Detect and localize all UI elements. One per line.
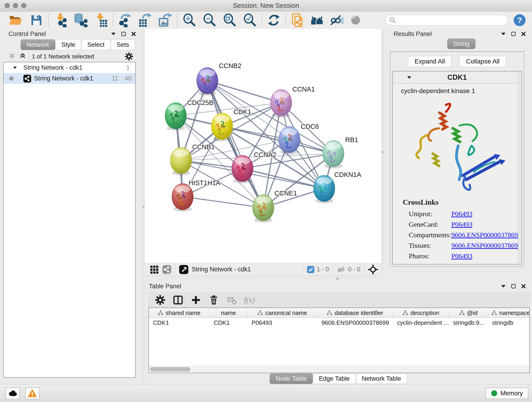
table-cell[interactable]: P06493 xyxy=(247,318,317,327)
import-network-from-file-button[interactable] xyxy=(53,13,68,27)
crosslink-uniprot-[interactable]: P06493 xyxy=(451,210,472,218)
tab-sets[interactable]: Sets xyxy=(111,39,135,50)
open-in-window-icon[interactable] xyxy=(179,265,189,274)
birdseye-crosshair-icon[interactable] xyxy=(368,264,378,274)
tree-expand-icon[interactable] xyxy=(13,66,17,69)
crosslink-tissues-[interactable]: 9606.ENSP00000378699 xyxy=(451,242,521,249)
table-panel-close-icon[interactable] xyxy=(521,284,526,289)
results-panel-close-icon[interactable] xyxy=(521,32,526,36)
zoom-out-button[interactable] xyxy=(202,13,216,27)
table-panel-float-icon[interactable] xyxy=(511,284,516,289)
tab-network-table[interactable]: Network Table xyxy=(356,373,407,384)
network-list-icon[interactable] xyxy=(162,265,171,274)
zoom-selected-button[interactable] xyxy=(243,13,257,27)
tab-node-table[interactable]: Node Table xyxy=(270,373,313,384)
control-panel-close-icon[interactable] xyxy=(131,32,136,36)
right-panel-splitter[interactable] xyxy=(381,29,384,276)
column-header-database-identifier[interactable]: database identifier xyxy=(317,308,393,318)
network-canvas[interactable]: CCNB2CCNA1CDC25BCDK1CDC6RB1CCNB1CCNA2CDK… xyxy=(145,29,381,263)
crosslink-compartments-[interactable]: 9606.ENSP00000378699 xyxy=(451,231,521,239)
show-columns-button[interactable] xyxy=(172,294,184,306)
gear-icon[interactable] xyxy=(125,52,133,61)
network-graph[interactable]: CCNB2CCNA1CDC25BCDK1CDC6RB1CCNB1CCNA2CDK… xyxy=(145,29,381,263)
expand-all-button[interactable]: Expand All xyxy=(408,56,452,67)
create-column-button[interactable] xyxy=(190,294,202,306)
network-node-CDKN1A[interactable] xyxy=(313,175,335,203)
refresh-view-button[interactable] xyxy=(267,13,281,27)
save-session-button[interactable] xyxy=(29,13,44,27)
column-header-description[interactable]: description xyxy=(393,308,449,318)
network-collection-row[interactable]: String Network - cdk1 1 xyxy=(4,62,135,73)
tab-select[interactable]: Select xyxy=(81,39,110,50)
edge-CCNB2-CCNA1[interactable] xyxy=(207,81,281,103)
collapse-gene-icon[interactable] xyxy=(407,76,412,79)
cloud-tasks-button[interactable] xyxy=(6,387,20,399)
crosslink-genecard-[interactable]: P06493 xyxy=(451,220,472,228)
network-node-CDC25B[interactable] xyxy=(165,102,186,131)
show-all-eye-button[interactable] xyxy=(348,13,363,27)
table-options-button[interactable] xyxy=(154,294,167,306)
zoom-fit-button[interactable] xyxy=(222,13,237,27)
table-cell[interactable]: cyclin-dependent ... xyxy=(393,318,449,327)
network-row-selected[interactable]: String Network - cdk1 11 48 xyxy=(4,73,135,84)
left-panel-splitter[interactable] xyxy=(142,29,145,384)
annotation-button[interactable] xyxy=(291,13,305,27)
import-table-from-file-button[interactable] xyxy=(94,13,108,27)
network-node-CCNA1[interactable] xyxy=(270,89,292,118)
table-cell[interactable]: stringdb xyxy=(488,318,530,327)
table-cell[interactable]: CDK1 xyxy=(149,318,210,327)
splitter-handle[interactable] xyxy=(381,151,384,153)
column-header-namespace[interactable]: namespace xyxy=(488,308,530,318)
edge-HIST1H1A-CCNE1[interactable] xyxy=(183,197,263,208)
network-node-CCNE1[interactable] xyxy=(253,194,274,223)
table-cell[interactable]: CDK1 xyxy=(210,318,247,327)
network-node-RB1[interactable] xyxy=(323,140,344,168)
string-home-button[interactable] xyxy=(310,13,324,27)
selected-checkbox-icon[interactable] xyxy=(307,266,314,273)
warnings-button[interactable] xyxy=(25,387,39,399)
gene-card-scrollbar[interactable] xyxy=(518,71,521,264)
export-network-button[interactable] xyxy=(118,13,132,27)
zoom-in-button[interactable] xyxy=(182,13,196,27)
open-session-button[interactable] xyxy=(8,13,22,27)
splitter-handle[interactable] xyxy=(142,206,145,208)
column-header-canonical-name[interactable]: canonical name xyxy=(247,308,317,318)
enable-glasses-button[interactable] xyxy=(329,13,343,27)
results-panel-menu-icon[interactable] xyxy=(501,32,506,36)
tab-network[interactable]: Network xyxy=(21,39,55,50)
export-image-button[interactable] xyxy=(158,13,172,27)
column-header-shared-name[interactable]: shared name xyxy=(149,308,210,318)
network-node-CCNB2[interactable] xyxy=(196,67,218,96)
search-input[interactable] xyxy=(396,17,504,24)
table-panel-menu-icon[interactable] xyxy=(501,285,506,288)
table-cell[interactable]: stringdb:9... xyxy=(449,318,488,327)
global-search-box[interactable] xyxy=(385,15,508,26)
tab-edge-table[interactable]: Edge Table xyxy=(313,373,356,384)
column-label: namespace xyxy=(499,309,530,317)
splitter-handle[interactable] xyxy=(336,277,339,280)
gene-card-header[interactable]: CDK1 xyxy=(393,71,521,84)
table-h-scrollbar[interactable] xyxy=(149,366,529,373)
table-row[interactable]: CDK1CDK1P064939606.ENSP00000378699cyclin… xyxy=(149,318,529,327)
column-header-name[interactable]: name xyxy=(210,308,247,318)
tab-style[interactable]: Style xyxy=(56,39,81,50)
network-node-CCNA2[interactable] xyxy=(232,155,253,183)
tab-string[interactable]: String xyxy=(447,38,475,49)
help-button[interactable]: ? xyxy=(514,14,526,26)
edge-CCNB2-CCNE1[interactable] xyxy=(207,81,263,208)
network-node-CCNB1[interactable] xyxy=(170,147,192,175)
network-node-HIST1H1A[interactable] xyxy=(172,183,193,211)
crosslink-pharos-[interactable]: P06493 xyxy=(451,252,472,260)
export-table-button[interactable] xyxy=(138,13,152,27)
results-panel-float-icon[interactable] xyxy=(511,32,516,36)
control-panel-float-icon[interactable] xyxy=(121,32,126,36)
scrollbar-thumb[interactable] xyxy=(150,367,190,371)
delete-columns-button[interactable] xyxy=(207,294,220,306)
grid-view-icon[interactable] xyxy=(150,265,158,274)
memory-button[interactable]: Memory xyxy=(486,388,528,399)
collapse-all-button[interactable]: Collapse All xyxy=(459,56,506,67)
control-panel-menu-icon[interactable] xyxy=(111,32,116,36)
import-network-from-database-button[interactable] xyxy=(74,13,88,27)
column-header--id[interactable]: @id xyxy=(449,308,488,318)
table-cell[interactable]: 9606.ENSP00000378699 xyxy=(317,318,393,327)
